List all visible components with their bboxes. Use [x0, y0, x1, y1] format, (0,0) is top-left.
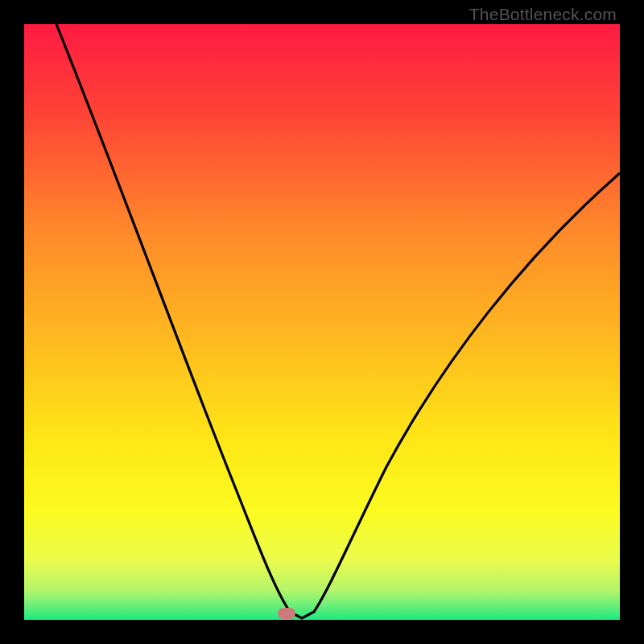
- svg-rect-0: [24, 24, 620, 620]
- chart-frame: [24, 24, 620, 620]
- minimum-marker: [278, 608, 295, 619]
- watermark-text: TheBottleneck.com: [469, 5, 617, 24]
- gradient-background: [24, 24, 620, 620]
